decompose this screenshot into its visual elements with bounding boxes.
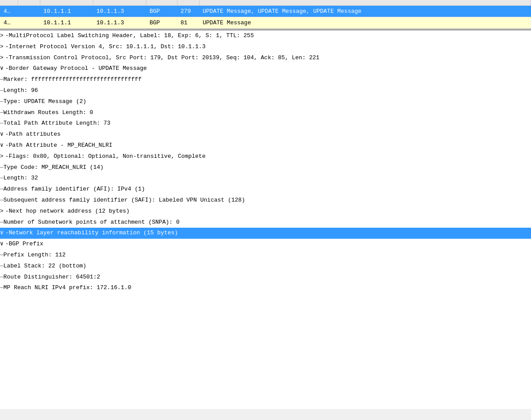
col-header-protocol <box>146 0 177 6</box>
tree-node: —Subsequent address family identifier (S… <box>0 195 531 206</box>
tree-node[interactable]: ∨-Network layer reachability information… <box>0 228 531 239</box>
table-cell: UPDATE Message, UPDATE Message, UPDATE M… <box>199 6 531 17</box>
tree-node: —Type: UPDATE Message (2) <box>0 96 531 107</box>
node-text: Total Path Attribute Length: 73 <box>4 119 111 128</box>
table-cell: 10.1.1.1 <box>40 6 93 17</box>
node-text: -BGP Prefix <box>5 240 43 249</box>
detail-panel: >-MultiProtocol Label Switching Header, … <box>0 31 531 409</box>
tree-node[interactable]: ∨-BGP Prefix <box>0 239 531 250</box>
col-header-tim <box>18 0 40 6</box>
tree-node[interactable]: ∨-Path attributes <box>0 129 531 140</box>
node-text: -Border Gateway Protocol - UPDATE Messag… <box>5 64 147 73</box>
tree-node[interactable]: >-MultiProtocol Label Switching Header, … <box>0 31 531 42</box>
connector: — <box>0 273 4 282</box>
table-cell: BGP <box>146 6 177 17</box>
connector: — <box>0 163 4 172</box>
table-cell: 10.1.1.3 <box>93 6 146 17</box>
tree-node[interactable]: ∨-Border Gateway Protocol - UPDATE Messa… <box>0 63 531 74</box>
col-header-destination <box>93 0 146 6</box>
expand-icon[interactable]: ∨ <box>0 229 5 238</box>
table-row[interactable]: 4…10.1.1.110.1.1.3BGP81UPDATE Message <box>0 17 531 29</box>
expand-icon[interactable]: > <box>0 152 5 161</box>
tree-node: —Length: 32 <box>0 173 531 184</box>
connector: — <box>0 283 4 293</box>
tree-node[interactable]: >-Transmission Control Protocol, Src Por… <box>0 53 531 64</box>
tree-node[interactable]: ∨-Path Attribute - MP_REACH_NLRI <box>0 140 531 151</box>
node-text: Length: 32 <box>4 174 38 183</box>
connector: — <box>0 119 4 128</box>
table-row[interactable]: 4…10.1.1.110.1.1.3BGP279UPDATE Message, … <box>0 6 531 17</box>
table-cell: UPDATE Message <box>199 17 531 29</box>
table-cell: 4… <box>0 6 18 17</box>
node-text: Marker: ffffffffffffffffffffffffffffffff <box>4 75 142 84</box>
tree-node: —Withdrawn Routes Length: 0 <box>0 107 531 118</box>
tree-node[interactable]: >-Flags: 0x80, Optional: Optional, Non-t… <box>0 151 531 162</box>
tree-node: —Address family identifier (AFI): IPv4 (… <box>0 184 531 195</box>
node-text: -Network layer reachability information … <box>5 229 178 238</box>
tree-node[interactable]: >-Next hop network address (12 bytes) <box>0 206 531 217</box>
table-cell: 10.1.1.1 <box>40 17 93 29</box>
node-text: -Flags: 0x80, Optional: Optional, Non-tr… <box>5 152 205 161</box>
node-text: Label Stack: 22 (bottom) <box>4 262 86 271</box>
node-text: Type: UPDATE Message (2) <box>4 97 86 107</box>
expand-icon[interactable]: ∨ <box>0 130 5 139</box>
table-cell <box>18 17 40 29</box>
connector: — <box>0 174 4 183</box>
node-text: Type Code: MP_REACH_NLRI (14) <box>4 163 104 172</box>
expand-icon[interactable]: ∨ <box>0 240 5 249</box>
node-text: -Next hop network address (12 bytes) <box>5 207 130 216</box>
node-text: Length: 96 <box>4 86 38 95</box>
connector: — <box>0 196 4 205</box>
node-text: Route Distinguisher: 64501:2 <box>4 273 100 282</box>
expand-icon[interactable]: ∨ <box>0 141 5 150</box>
node-text: Prefix Length: 112 <box>4 251 65 260</box>
col-header-no <box>0 0 18 6</box>
expand-icon[interactable]: > <box>0 42 5 52</box>
node-text: -MultiProtocol Label Switching Header, L… <box>5 31 254 41</box>
connector: — <box>0 86 4 95</box>
expand-icon[interactable]: > <box>0 31 5 41</box>
table-cell: 81 <box>177 17 199 29</box>
col-header-length <box>177 0 199 6</box>
tree-node: —Marker: fffffffffffffffffffffffffffffff… <box>0 74 531 85</box>
node-text: Address family identifier (AFI): IPv4 (1… <box>4 185 145 194</box>
table-cell: 10.1.1.3 <box>93 17 146 29</box>
table-header-row <box>0 0 531 6</box>
expand-icon[interactable]: > <box>0 53 5 63</box>
tree-node: —Total Path Attribute Length: 73 <box>0 118 531 129</box>
table-cell: 4… <box>0 17 18 29</box>
expand-icon[interactable]: ∨ <box>0 64 5 73</box>
connector: — <box>0 262 4 271</box>
tree-node: —Length: 96 <box>0 85 531 96</box>
connector: — <box>0 218 4 227</box>
node-text: Withdrawn Routes Length: 0 <box>4 108 93 118</box>
table-cell: 279 <box>177 6 199 17</box>
connector: — <box>0 185 4 194</box>
node-text: -Path attributes <box>5 130 61 139</box>
node-text: -Path Attribute - MP_REACH_NLRI <box>5 141 112 150</box>
node-text: Number of Subnetwork points of attachmen… <box>4 218 180 227</box>
expand-icon[interactable]: > <box>0 207 5 216</box>
col-header-source <box>40 0 93 6</box>
node-text: -Internet Protocol Version 4, Src: 10.1.… <box>5 42 205 52</box>
tree-node: —Route Distinguisher: 64501:2 <box>0 272 531 283</box>
table-cell <box>18 6 40 17</box>
packet-list-table: 4…10.1.1.110.1.1.3BGP279UPDATE Message, … <box>0 0 531 29</box>
tree-node: —Type Code: MP_REACH_NLRI (14) <box>0 162 531 173</box>
tree-node: —Number of Subnetwork points of attachme… <box>0 217 531 228</box>
col-header-info <box>199 0 531 6</box>
connector: — <box>0 97 4 107</box>
connector: — <box>0 251 4 260</box>
tree-node: —MP Reach NLRI IPv4 prefix: 172.16.1.0 <box>0 283 531 294</box>
tree-node: —Label Stack: 22 (bottom) <box>0 261 531 272</box>
table-cell: BGP <box>146 17 177 29</box>
node-text: MP Reach NLRI IPv4 prefix: 172.16.1.0 <box>4 283 131 293</box>
tree-node[interactable]: >-Internet Protocol Version 4, Src: 10.1… <box>0 42 531 53</box>
node-text: Subsequent address family identifier (SA… <box>4 196 245 205</box>
node-text: -Transmission Control Protocol, Src Port… <box>5 53 319 63</box>
connector: — <box>0 108 4 118</box>
connector: — <box>0 75 4 84</box>
tree-node: —Prefix Length: 112 <box>0 250 531 261</box>
